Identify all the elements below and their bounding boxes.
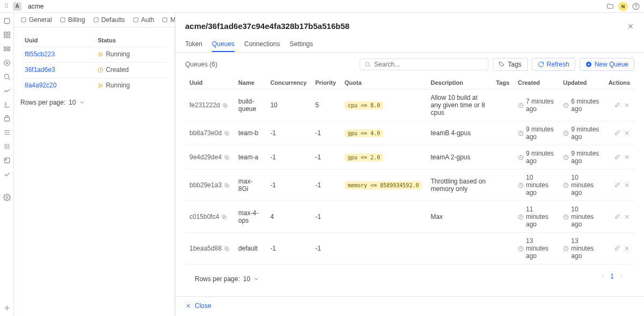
copy-icon[interactable]: [224, 246, 230, 252]
tab-label: General: [29, 16, 52, 24]
add-icon[interactable]: [3, 304, 11, 312]
sidebar-item-8[interactable]: [3, 115, 11, 122]
drawer-rows-per-page[interactable]: Rows per page: 10: [195, 275, 260, 283]
folder-icon[interactable]: [606, 3, 614, 10]
svg-rect-8: [4, 49, 10, 50]
tag-icon: [499, 61, 505, 68]
table-row: bbb29e1a3 max-8Gi -1 -1 memory <= 858993…: [185, 170, 634, 201]
created-cell: 7 minutes ago: [518, 98, 554, 113]
sidebar-item-4[interactable]: [3, 59, 11, 67]
drawer-tab-token[interactable]: Token: [185, 37, 202, 52]
agent-link[interactable]: 36f1ad6e3: [25, 66, 55, 74]
clock-icon: [98, 67, 104, 73]
org-name[interactable]: acme: [28, 3, 43, 10]
clock-icon: [518, 130, 524, 136]
search-input[interactable]: [360, 58, 488, 70]
priority-cell: -1: [311, 121, 340, 145]
drawer-tab-queues[interactable]: Queues: [212, 37, 235, 52]
svg-rect-13: [4, 158, 9, 163]
edit-icon[interactable]: [614, 214, 620, 220]
sidebar-item-2[interactable]: [3, 31, 11, 39]
page-current[interactable]: 1: [610, 273, 614, 280]
uuid-cell: fe231222d: [189, 101, 230, 109]
agents-pane: Uuid Status f855cb223Running36f1ad6e3Cre…: [14, 27, 175, 316]
concurrency-cell: -1: [266, 145, 311, 170]
col-priority: Priority: [311, 76, 340, 90]
svg-rect-3: [4, 32, 6, 34]
name-cell: build-queue: [234, 90, 266, 121]
tags-cell: [492, 201, 514, 233]
copy-icon[interactable]: [222, 102, 228, 108]
concurrency-cell: -1: [266, 170, 311, 201]
clock-icon: [518, 214, 524, 220]
clock-icon: [518, 155, 524, 160]
delete-icon[interactable]: [624, 154, 630, 160]
sidebar-item-12[interactable]: [3, 171, 11, 178]
sidebar-item-1[interactable]: [3, 17, 11, 25]
sidebar-item-3[interactable]: [3, 45, 11, 53]
copy-icon[interactable]: [221, 214, 227, 220]
uuid-cell: 9e4d29de4: [189, 153, 230, 161]
rows-per-page[interactable]: Rows per page: 10: [20, 99, 168, 106]
drawer-tab-connections[interactable]: Connections: [244, 37, 280, 52]
agent-link[interactable]: 8a4a92c20: [25, 82, 56, 89]
new-queue-button[interactable]: New Queue: [580, 58, 634, 71]
org-badge[interactable]: A: [13, 2, 21, 11]
tab-general[interactable]: General: [20, 16, 52, 24]
new-queue-label: New Queue: [595, 61, 628, 68]
settings-icon[interactable]: [3, 194, 11, 201]
sidebar-item-11[interactable]: [3, 157, 11, 164]
copy-icon[interactable]: [224, 155, 230, 160]
edit-icon[interactable]: [614, 130, 620, 136]
tab-label: Billing: [68, 16, 85, 24]
delete-icon[interactable]: [624, 245, 630, 252]
drawer-tabs: TokenQueuesConnectionsSettings: [175, 37, 644, 53]
uuid-cell: c015b0fc4: [189, 213, 230, 221]
copy-icon[interactable]: [224, 130, 230, 136]
delete-icon[interactable]: [624, 130, 630, 136]
tab-defaults[interactable]: Defaults: [93, 16, 125, 24]
sidebar-item-10[interactable]: [3, 143, 11, 150]
agent-link[interactable]: f855cb223: [25, 50, 55, 58]
tab-auth[interactable]: Auth: [133, 16, 155, 24]
copy-icon[interactable]: [224, 182, 230, 188]
drag-handle-icon[interactable]: ⠿: [4, 3, 9, 10]
updated-cell: 9 minutes ago: [563, 126, 599, 141]
sidebar-item-9[interactable]: [3, 129, 11, 136]
delete-icon[interactable]: [624, 182, 630, 188]
sidebar-item-6[interactable]: [3, 87, 11, 94]
sidebar-item-7[interactable]: [3, 101, 11, 108]
svg-point-11: [4, 74, 9, 78]
drawer-tab-settings[interactable]: Settings: [290, 37, 313, 52]
edit-icon[interactable]: [614, 182, 620, 188]
delete-icon[interactable]: [624, 214, 630, 220]
close-icon: [185, 303, 192, 309]
quota-badge: cpu <= 8.0: [345, 101, 383, 109]
created-cell: 9 minutes ago: [518, 126, 554, 141]
sidebar-item-5[interactable]: [3, 73, 11, 80]
edit-icon[interactable]: [614, 102, 620, 108]
edit-icon[interactable]: [614, 245, 620, 252]
uuid-cell: bb8a73e0d: [189, 129, 230, 137]
delete-icon[interactable]: [624, 102, 630, 108]
close-button[interactable]: Close: [185, 302, 211, 310]
help-icon[interactable]: [632, 3, 640, 10]
drawer-rows-per-value: 10: [243, 275, 250, 283]
tab-icon: [133, 17, 139, 23]
chevron-right-icon[interactable]: [618, 273, 625, 280]
edit-icon[interactable]: [614, 154, 620, 160]
svg-point-14: [5, 159, 6, 160]
chevron-left-icon[interactable]: [599, 273, 606, 280]
tags-button[interactable]: Tags: [493, 58, 527, 71]
avatar[interactable]: N: [618, 2, 628, 11]
clock-icon: [518, 246, 524, 252]
search-field[interactable]: [374, 61, 484, 68]
tab-billing[interactable]: Billing: [60, 16, 85, 24]
refresh-button[interactable]: Refresh: [532, 58, 575, 71]
table-row: 9e4d29de4 team-a -1 -1 gpu <= 2.0 teamA …: [185, 145, 634, 170]
close-icon[interactable]: [627, 23, 634, 30]
priority-cell: -1: [311, 170, 340, 201]
svg-rect-19: [134, 18, 138, 22]
status-cell: Created: [98, 66, 164, 74]
sidebar: [0, 13, 14, 316]
